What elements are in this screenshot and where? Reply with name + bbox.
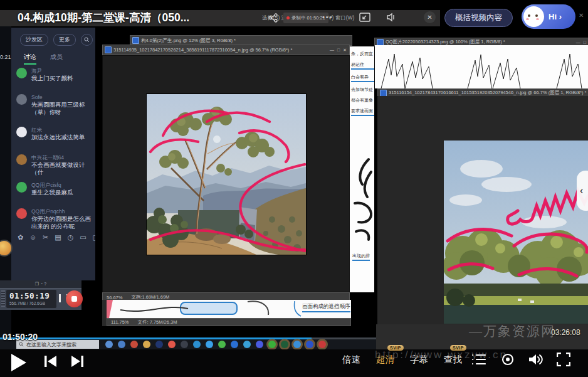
next-episode-button[interactable] bbox=[70, 355, 84, 370]
contact-icon[interactable]: ▭ bbox=[79, 233, 87, 242]
minimize-icon[interactable]: — bbox=[330, 48, 334, 53]
recorder-toolbar[interactable]: ❒ ◔ ? bbox=[0, 280, 81, 288]
taskbar-app-icon[interactable] bbox=[256, 341, 263, 348]
file-thumbnail-icon bbox=[132, 37, 139, 44]
taskbar-app-icon[interactable] bbox=[243, 341, 251, 348]
fullscreen-icon[interactable] bbox=[557, 353, 570, 369]
search-icon bbox=[84, 37, 90, 43]
ps-front-window: 315114935_10217842170526214_385819111787… bbox=[102, 45, 350, 300]
avatar bbox=[16, 208, 27, 219]
screen-recorder-widget: 01:50:19 556.7MB / 762.6GB bbox=[0, 288, 81, 310]
chat-zone-button[interactable]: 沙发区 bbox=[20, 34, 48, 46]
picture-in-picture-icon[interactable] bbox=[359, 13, 370, 24]
timestamp-top-left: 0:21 bbox=[0, 54, 11, 60]
volume-icon[interactable] bbox=[528, 353, 544, 369]
screenshot-scissors-icon[interactable]: ✂ bbox=[41, 233, 50, 242]
taskbar-app-icon[interactable] bbox=[193, 341, 201, 348]
taskbar-app-icon[interactable] bbox=[143, 341, 150, 348]
flower-icon[interactable]: ✿ bbox=[16, 233, 24, 242]
share-icon[interactable] bbox=[268, 13, 278, 25]
taskbar-app-icon[interactable] bbox=[268, 341, 276, 348]
chat-message: 中兴花一期64 不会画画就要做设计（什 bbox=[16, 154, 93, 176]
zoom-level[interactable]: 111.75% bbox=[111, 319, 129, 325]
chat-more-button[interactable]: 更多 bbox=[53, 34, 76, 46]
emoji-icon[interactable]: ☺ bbox=[29, 233, 37, 242]
panel-toggle-button[interactable]: ‹ bbox=[577, 171, 588, 211]
recording-dot-icon bbox=[286, 16, 290, 19]
notes-line: 要求速画面 bbox=[351, 108, 374, 116]
chat-user-name: 中兴花一期64 bbox=[31, 154, 93, 161]
video-player: 选择(S) 滤镜(T) 3D(D) 视图(V) 窗口(W) 录制中 01:50:… bbox=[0, 0, 588, 377]
image-icon[interactable]: ▤ bbox=[54, 233, 62, 242]
tab-discussion[interactable]: 讨论 bbox=[24, 53, 36, 65]
stop-recording-button[interactable] bbox=[66, 290, 83, 307]
taskbar-app-icon[interactable] bbox=[218, 341, 226, 348]
recording-badge-label: 录制中 01:50:21 bbox=[291, 15, 325, 21]
panel-close-icon[interactable]: ✕ bbox=[579, 12, 584, 19]
chat-user-name: Sofe bbox=[31, 94, 93, 101]
timestamp-right: 03:26:08 bbox=[551, 328, 580, 337]
speaker-mute-icon[interactable] bbox=[386, 13, 397, 24]
video-title: 04.构成10期-第二堂课-高清（050... bbox=[18, 10, 189, 25]
previous-episode-button[interactable] bbox=[44, 355, 58, 370]
document-size: 文件: 7.75M/26.3M bbox=[138, 319, 177, 326]
tab-members[interactable]: 成员 bbox=[50, 53, 63, 65]
maximize-icon[interactable]: □ bbox=[337, 48, 340, 53]
summarize-video-button[interactable]: 概括视频内容 bbox=[444, 9, 513, 27]
file-icon[interactable]: ▢ bbox=[92, 233, 95, 242]
taskbar-app-icon[interactable] bbox=[293, 341, 301, 348]
file-thumbnail-icon bbox=[380, 90, 387, 97]
ps-right-canvas-sketch[interactable] bbox=[375, 45, 588, 88]
file-thumbnail-icon bbox=[377, 39, 384, 46]
sketch-caption: 画面构成的遮挡顺序 bbox=[302, 303, 350, 312]
taskbar-app-icon[interactable] bbox=[181, 341, 188, 348]
taskbar-app-icon[interactable] bbox=[206, 341, 213, 348]
taskbar-app-icon[interactable] bbox=[231, 341, 238, 348]
assistant-avatar bbox=[523, 6, 544, 27]
recorder-elapsed-time: 01:50:19 bbox=[9, 291, 50, 300]
taskbar-app-icon[interactable] bbox=[281, 341, 288, 348]
ps-behind-canvas[interactable]: 画面构成的遮挡顺序 bbox=[107, 300, 351, 318]
recorder-display: 01:50:19 556.7MB / 762.6GB bbox=[6, 290, 56, 308]
history-clock-icon[interactable]: ◷ bbox=[66, 233, 75, 242]
timestamp-bottom-left: 01:50:20 bbox=[3, 332, 38, 342]
avatar bbox=[16, 154, 27, 165]
ps-right-canvas-painting[interactable] bbox=[377, 96, 588, 324]
grass-line-sketch bbox=[375, 45, 588, 88]
close-icon[interactable]: ✕ bbox=[343, 48, 347, 53]
avatar bbox=[16, 68, 27, 78]
chat-search-button[interactable] bbox=[81, 34, 93, 46]
minimize-icon[interactable]: — bbox=[576, 40, 580, 45]
taskbar-icons bbox=[105, 341, 326, 348]
taskbar-app-icon[interactable] bbox=[130, 341, 138, 348]
recorder-toolbar-icons[interactable]: ❒ ◔ ? bbox=[35, 282, 46, 287]
taskbar-app-icon[interactable] bbox=[318, 341, 326, 348]
taskbar-app-icon[interactable] bbox=[155, 341, 163, 348]
ps-right-window1-title: QQ图片20220503214323.png @ 100% (图层 1, RGB… bbox=[386, 39, 505, 45]
ai-assistant-button[interactable]: Hi › bbox=[522, 4, 575, 29]
avatar bbox=[16, 182, 27, 193]
windows-taskbar: 在这里输入文字来搜索 bbox=[0, 339, 376, 349]
notes-line: 条，反而直 bbox=[351, 51, 374, 57]
playback-speed-button[interactable]: 倍速 bbox=[342, 354, 360, 366]
taskbar-app-icon[interactable] bbox=[105, 341, 113, 348]
audio-level-meter bbox=[1, 290, 5, 307]
close-overlay-icon[interactable]: ✕ bbox=[424, 11, 436, 23]
ps-canvas[interactable] bbox=[102, 55, 350, 292]
notes-line: 白会有异 bbox=[351, 74, 374, 82]
taskbar-app-icon[interactable] bbox=[118, 341, 125, 348]
avatar bbox=[16, 94, 27, 105]
ps-back-window-title: 构4.0第(2)产生.png @ 12% (图层 3, RGB/8) * bbox=[141, 38, 236, 44]
play-button[interactable] bbox=[11, 354, 26, 371]
search-icon bbox=[19, 342, 24, 347]
chat-message-text: 加法永远比减法简单 bbox=[31, 134, 92, 141]
chevron-left-icon: ‹ bbox=[580, 185, 583, 196]
ps-front-window-titlebar[interactable]: 315114935_10217842170526214_385819111787… bbox=[102, 45, 350, 55]
avatar bbox=[16, 127, 27, 137]
recorder-file-size: 556.7MB / 762.6GB bbox=[9, 301, 45, 305]
chat-user-name: QQ用户nqchh bbox=[31, 208, 93, 215]
more-menu-icon[interactable]: ••• bbox=[322, 13, 333, 21]
maximize-icon[interactable]: □ bbox=[584, 40, 586, 45]
taskbar-app-icon[interactable] bbox=[168, 341, 176, 348]
taskbar-app-icon[interactable] bbox=[306, 341, 313, 348]
